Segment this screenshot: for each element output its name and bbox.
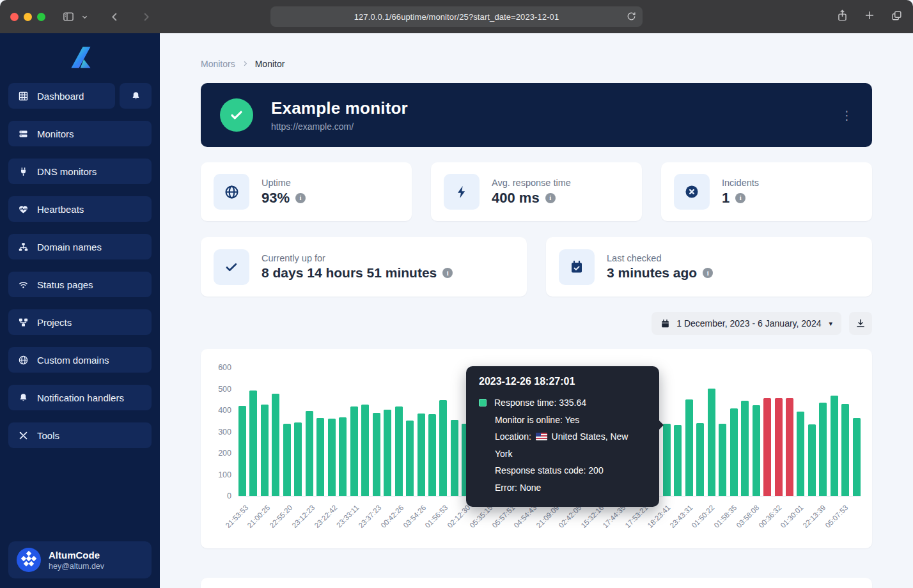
chart-bar[interactable] [841,404,849,496]
stat-label: Avg. response time [492,178,571,188]
chart-bar[interactable] [283,424,291,496]
sidebar-item-monitors[interactable]: Monitors [8,121,152,146]
plug-icon [17,166,29,177]
sidebar-item-heartbeats[interactable]: Heartbeats [8,196,152,222]
chart-bar[interactable] [395,406,403,496]
breadcrumb-monitors-link[interactable]: Monitors [201,59,235,69]
account-menu[interactable]: AltumCode hey@altum.dev [8,541,152,578]
back-button-icon[interactable] [109,11,121,23]
chart-bar[interactable] [238,406,246,496]
info-icon[interactable]: i [442,268,453,278]
chevron-down-icon[interactable] [81,13,88,20]
chart-bar[interactable] [384,410,391,496]
globe-icon [17,354,29,366]
date-range-picker[interactable]: 1 December, 2023 - 6 January, 2024 ▾ [652,312,841,335]
chart-bar[interactable] [339,417,347,496]
sidebar-item-projects[interactable]: Projects [8,309,152,335]
address-bar[interactable]: 127.0.0.1/66uptime/monitor/25?start_date… [270,6,643,27]
chart-bar[interactable] [819,403,827,496]
sidebar-notifications-button[interactable] [120,83,152,109]
chart-bar[interactable] [428,414,436,496]
info-icon[interactable]: i [703,268,713,278]
sidebar-toggle-icon[interactable] [62,10,75,23]
new-tab-icon[interactable] [864,10,875,24]
info-icon[interactable]: i [545,193,556,203]
globe-icon [214,174,249,210]
share-icon[interactable] [836,9,848,25]
chart-bar[interactable] [753,405,760,496]
sidebar-item-dashboard[interactable]: Dashboard [8,83,115,109]
chart-bar[interactable] [730,408,738,496]
last-checked-card: Last checked 3 minutes ago i [546,237,872,297]
minimize-window-button[interactable] [24,13,32,21]
monitor-menu-kebab-icon[interactable]: ⋮ [837,107,857,124]
check-icon [214,249,249,285]
chart-bar[interactable] [663,424,671,496]
chart-bar[interactable] [775,398,783,496]
wifi-icon [17,279,29,290]
chart-bar[interactable] [797,412,804,496]
close-window-button[interactable] [10,13,19,21]
chart-bar[interactable] [373,413,380,496]
monitor-url: https://example.com/ [271,121,408,132]
app-logo[interactable] [8,33,152,83]
chart-bar[interactable] [306,411,313,496]
sidebar-item-tools[interactable]: Tools [8,422,152,448]
sidebar-item-dns-monitors[interactable]: DNS monitors [8,159,152,184]
download-icon [855,318,866,329]
chart-bar[interactable] [328,419,336,496]
info-icon[interactable]: i [735,193,745,203]
sidebar-item-custom-domains[interactable]: Custom domains [8,347,152,373]
sidebar-item-label: Domain names [37,242,102,252]
export-download-button[interactable] [849,312,872,335]
chart-bar[interactable] [831,396,838,496]
tab-overview-icon[interactable] [891,10,903,24]
y-tick-label: 600 [201,363,231,372]
stat-label: Uptime [261,178,306,188]
chart-bar[interactable] [708,389,715,496]
calendar-icon [660,319,670,329]
x-tick-label: 22:13:39 [802,504,827,529]
reload-icon[interactable] [626,11,637,24]
chart-bar[interactable] [696,423,704,496]
detail-value: 8 days 14 hours 51 minutes [261,265,437,281]
sidebar-item-label: Custom domains [37,355,109,366]
chart-bar[interactable] [763,398,771,496]
forward-button-icon[interactable] [140,11,152,23]
sidebar-item-status-pages[interactable]: Status pages [8,272,152,297]
chart-bar[interactable] [808,424,816,496]
tooltip-status-code: Response status code: 200 [479,462,646,479]
bolt-icon [444,174,480,210]
next-section-card [201,578,872,588]
chart-bar[interactable] [674,425,682,496]
chart-bar[interactable] [741,401,749,496]
chart-bar[interactable] [786,398,793,496]
chart-bar[interactable] [439,400,447,496]
chart-bar[interactable] [853,418,861,496]
x-tick-label: 01:50:22 [691,504,716,529]
account-email: hey@altum.dev [49,562,104,571]
detail-value: 3 minutes ago [607,265,697,281]
x-tick-label: 23:37:23 [357,504,383,529]
chart-bar[interactable] [451,420,458,496]
sidebar-item-domain-names[interactable]: Domain names [8,234,152,259]
chart-bar[interactable] [350,406,358,496]
chart-bar[interactable] [272,394,279,496]
x-tick-label: 00:36:32 [757,504,783,529]
x-tick-label: 23:43:31 [668,504,694,529]
chart-bar[interactable] [294,422,302,496]
chart-bar[interactable] [361,405,369,496]
response-time-stat-card: Avg. response time 400 ms i [431,162,642,221]
info-icon[interactable]: i [295,193,306,203]
chart-bar[interactable] [719,424,726,496]
sidebar-item-notification-handlers[interactable]: Notification handlers [8,385,152,410]
chart-bar[interactable] [685,399,693,496]
chart-bar[interactable] [316,418,324,496]
chart-bar[interactable] [406,421,414,496]
x-tick-label: 01:56:53 [424,504,449,529]
zoom-window-button[interactable] [37,13,45,21]
stat-value: 400 ms [492,190,540,206]
chart-bar[interactable] [261,405,269,496]
chart-bar[interactable] [417,414,425,496]
chart-bar[interactable] [249,391,257,496]
